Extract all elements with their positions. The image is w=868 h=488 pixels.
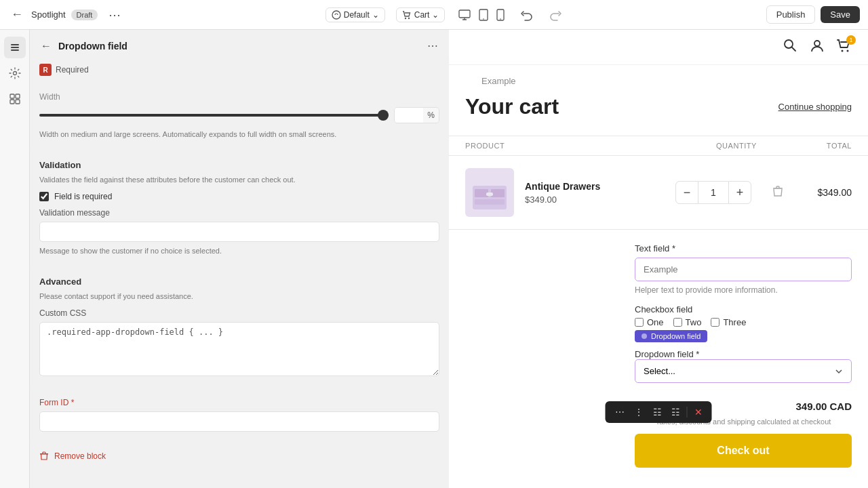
field-required-checkbox[interactable] [39, 192, 49, 201]
svg-rect-22 [475, 189, 488, 197]
field-required-row: Field is required [39, 192, 439, 201]
preview-area: 1 Example Your cart Continue shopping PR… [449, 30, 868, 488]
svg-point-7 [500, 18, 502, 20]
svg-point-2 [408, 17, 410, 18]
delete-item-button[interactable] [772, 185, 784, 201]
col-quantity: QUANTITY [689, 142, 784, 150]
sidebar-icon-settings[interactable] [4, 62, 26, 84]
custom-css-input[interactable]: .required-app-dropdown-field { ... } [39, 322, 439, 376]
sidebar-back-button[interactable]: ← [39, 39, 53, 54]
toolbar-link-button[interactable]: ☷ [649, 405, 666, 420]
checkbox-option-two[interactable]: Two [673, 317, 702, 327]
svg-rect-13 [16, 94, 20, 98]
sidebar-header: ← Dropdown field ⋯ [30, 30, 449, 60]
toolbar-divider [687, 407, 688, 418]
remove-block-section: Remove block [30, 442, 449, 470]
more-options-button[interactable]: ⋯ [106, 5, 123, 25]
svg-point-19 [842, 50, 844, 52]
sidebar: ← Dropdown field ⋯ R Required Width 100 … [30, 30, 449, 488]
text-field-helper: Helper text to provide more information. [635, 285, 852, 295]
remove-block-button[interactable]: Remove block [39, 451, 106, 461]
col-total: TOTAL [784, 142, 852, 150]
floating-toolbar: ⋯ ⋮ ☷ ☷ ✕ [606, 401, 712, 423]
device-icons [456, 6, 507, 24]
quantity-increase-button[interactable]: + [728, 181, 751, 204]
form-id-input[interactable]: cart [39, 411, 439, 432]
sidebar-title: Dropdown field [58, 41, 127, 52]
svg-rect-10 [11, 49, 19, 51]
validation-message-input[interactable]: Please select an option. [39, 222, 439, 242]
search-icon[interactable] [783, 38, 797, 56]
cart-label: Cart [414, 10, 430, 20]
quantity-control: − 1 + [666, 181, 761, 204]
svg-rect-9 [11, 47, 19, 48]
sidebar-icon-apps[interactable] [4, 88, 26, 110]
tablet-view-button[interactable] [476, 6, 491, 24]
checkbox-two-label: Two [686, 317, 702, 327]
main-area: ← Dropdown field ⋯ R Required Width 100 … [0, 30, 868, 488]
checkbox-option-one[interactable]: One [635, 317, 664, 327]
dropdown-field-group: Dropdown field Dropdown field * Select..… [635, 349, 852, 383]
topbar-right: Publish Save [766, 5, 860, 24]
cart-nav-icon[interactable]: 1 [837, 38, 852, 56]
preview-nav-icons: 1 [783, 38, 852, 56]
toolbar-delete-button[interactable]: ✕ [690, 405, 707, 420]
checkout-button[interactable]: Check out [635, 434, 852, 468]
checkbox-field-label: Checkbox field [635, 304, 852, 314]
sidebar-header-left: ← Dropdown field [39, 39, 127, 54]
dropdown-container: Dropdown field Dropdown field * Select..… [635, 349, 852, 383]
undo-button[interactable] [518, 6, 536, 24]
checkbox-three[interactable] [711, 318, 719, 327]
svg-rect-14 [10, 100, 14, 104]
desktop-view-button[interactable] [456, 6, 473, 24]
total-value-text: 349.00 CAD [795, 401, 852, 412]
estimated-total-value: 349.00 CAD [795, 401, 852, 412]
toolbar-align-center-button[interactable]: ⋮ [630, 405, 648, 420]
field-required-label: Field is required [54, 192, 112, 201]
checkbox-one[interactable] [635, 318, 644, 327]
toolbar-align-left-button[interactable]: ⋯ [611, 405, 629, 420]
topbar-left: ← Spotlight Draft ⋯ [8, 5, 123, 25]
save-button[interactable]: Save [821, 6, 860, 23]
product-info: Antique Drawers $349.00 [514, 181, 666, 205]
checkbox-one-label: One [647, 317, 664, 327]
svg-rect-12 [10, 94, 14, 98]
cart-chevron-icon: ⌄ [432, 10, 439, 20]
toolbar-more-button[interactable]: ☷ [667, 405, 684, 420]
svg-rect-25 [486, 192, 493, 196]
sidebar-more-button[interactable]: ⋯ [426, 38, 439, 54]
back-button[interactable]: ← [8, 5, 26, 24]
svg-rect-26 [773, 188, 783, 189]
required-icon: R [39, 64, 52, 76]
width-description: Width on medium and large screens. Autom… [39, 129, 439, 140]
quantity-decrease-button[interactable]: − [675, 181, 698, 204]
topbar: ← Spotlight Draft ⋯ Default ⌄ Cart ⌄ [0, 0, 868, 30]
checkbox-two[interactable] [673, 318, 682, 327]
tooltip-label: Dropdown field [651, 332, 701, 340]
sidebar-icon-layers[interactable] [4, 37, 26, 58]
product-name: Antique Drawers [525, 181, 666, 192]
default-selector[interactable]: Default ⌄ [326, 7, 385, 22]
width-slider[interactable] [39, 114, 389, 117]
width-input-wrap: 100 % [394, 107, 439, 123]
checkbox-option-three[interactable]: Three [711, 317, 746, 327]
continue-shopping-link[interactable]: Continue shopping [778, 102, 852, 112]
cart-selector[interactable]: Cart ⌄ [396, 7, 446, 22]
svg-point-11 [13, 72, 16, 75]
text-field-input[interactable] [635, 258, 852, 281]
mobile-view-button[interactable] [494, 6, 507, 24]
redo-button[interactable] [547, 6, 564, 24]
advanced-title: Advanced [39, 277, 439, 287]
dropdown-select[interactable]: Select... [635, 359, 852, 383]
table-header: PRODUCT QUANTITY TOTAL [449, 136, 868, 156]
width-input[interactable]: 100 [395, 108, 423, 123]
draft-badge[interactable]: Draft [71, 9, 98, 20]
example-label: Example [465, 65, 868, 89]
publish-button[interactable]: Publish [766, 5, 816, 24]
advanced-section: Advanced Please contact support if you n… [30, 267, 449, 389]
checkbox-options: One Two Three [635, 317, 852, 327]
account-icon[interactable] [810, 38, 825, 56]
col-product: PRODUCT [465, 142, 689, 150]
advanced-description: Please contact support if you need assis… [39, 291, 439, 302]
cart-badge: 1 [846, 35, 856, 45]
